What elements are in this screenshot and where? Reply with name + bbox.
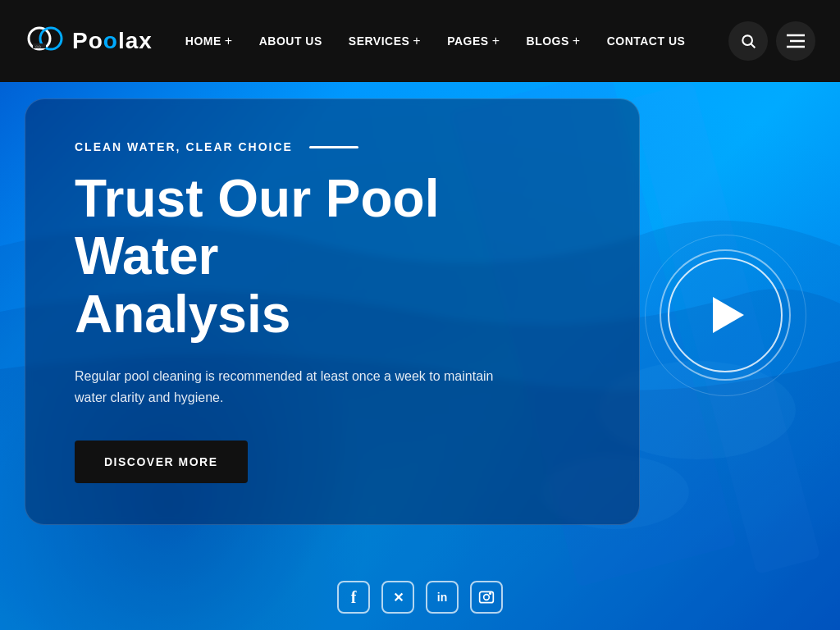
nav-services[interactable]: SERVICES + xyxy=(349,34,421,48)
hero-card: CLEAN WATER, CLEAR CHOICE Trust Our Pool… xyxy=(25,98,640,525)
services-plus-icon: + xyxy=(413,34,421,48)
home-plus-icon: + xyxy=(225,34,233,48)
nav-contact-us[interactable]: CONTACT US xyxy=(607,34,686,48)
nav-icon-buttons xyxy=(728,21,815,61)
logo-icon: ○○ xyxy=(25,21,66,62)
nav-about-us[interactable]: ABOUT US xyxy=(259,34,322,48)
hero-description: Regular pool cleaning is recommended at … xyxy=(75,366,518,408)
instagram-icon[interactable] xyxy=(470,581,503,614)
svg-text:○○: ○○ xyxy=(35,44,42,49)
svg-point-3 xyxy=(484,595,490,600)
svg-point-4 xyxy=(490,593,491,595)
search-icon xyxy=(740,33,756,49)
logo[interactable]: ○○ Poolax xyxy=(25,21,153,62)
logo-text: Poolax xyxy=(72,28,153,54)
hamburger-icon xyxy=(787,34,805,48)
svg-line-10 xyxy=(751,44,756,48)
play-icon xyxy=(713,297,744,333)
play-outer-ring xyxy=(660,249,791,381)
tagline-row: CLEAN WATER, CLEAR CHOICE xyxy=(75,140,590,153)
facebook-icon[interactable]: f xyxy=(337,581,370,614)
nav-pages[interactable]: PAGES + xyxy=(447,34,500,48)
search-button[interactable] xyxy=(728,21,768,61)
blogs-plus-icon: + xyxy=(573,34,581,48)
nav-links: HOME + ABOUT US SERVICES + PAGES + BLOGS… xyxy=(185,34,728,48)
navbar: ○○ Poolax HOME + ABOUT US SERVICES + PAG… xyxy=(0,0,840,82)
menu-button[interactable] xyxy=(776,21,815,61)
svg-point-9 xyxy=(742,35,752,45)
tagline-divider xyxy=(309,146,358,148)
twitter-x-icon[interactable]: ✕ xyxy=(381,581,414,614)
hero-title: Trust Our Pool Water Analysis xyxy=(75,170,590,343)
pages-plus-icon: + xyxy=(492,34,500,48)
discover-more-button[interactable]: DISCOVER MORE xyxy=(75,441,248,483)
play-button[interactable] xyxy=(668,258,783,372)
play-button-container xyxy=(660,249,791,381)
hero-tagline: CLEAN WATER, CLEAR CHOICE xyxy=(75,140,293,153)
social-bar: f ✕ in xyxy=(337,581,503,614)
nav-home[interactable]: HOME + xyxy=(185,34,233,48)
hero-section: CLEAN WATER, CLEAR CHOICE Trust Our Pool… xyxy=(0,0,840,630)
linkedin-icon[interactable]: in xyxy=(426,581,459,614)
nav-blogs[interactable]: BLOGS + xyxy=(527,34,581,48)
